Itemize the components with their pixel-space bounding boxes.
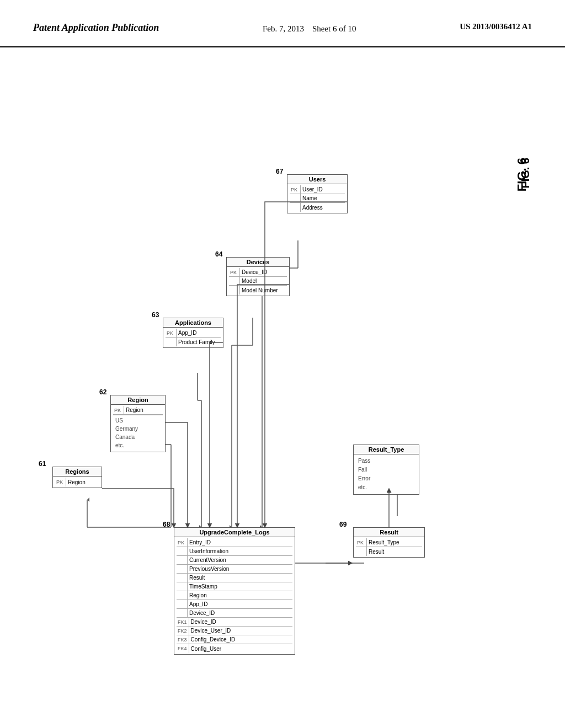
entity-region62-row-region: PK Region <box>113 406 163 415</box>
entity-label-64: 64 <box>215 250 222 258</box>
entity-label-68: 68 <box>163 521 170 528</box>
entity-applications-row2: Product Family <box>166 338 221 346</box>
entity-upgrade-logs-row3: CurrentVersion <box>177 556 292 565</box>
entity-result-type-title: Result_Type <box>354 445 419 454</box>
entity-applications-row1: PK App_ID <box>166 329 221 338</box>
entity-result-type-values: PassFailErroretc. <box>356 456 417 493</box>
entity-regions-title: Regions <box>53 467 102 477</box>
entity-upgrade-logs-row9: Device_ID <box>177 609 292 618</box>
entity-users-row1: PK User_ID <box>290 185 345 194</box>
entity-upgrade-logs-row5: Result <box>177 574 292 582</box>
entity-upgrade-logs-row6: TimeStamp <box>177 582 292 591</box>
entity-upgrade-logs-title: UpgradeComplete_Logs <box>174 528 295 537</box>
entity-devices-row2: Model <box>229 277 287 286</box>
entity-result69-title: Result <box>354 528 424 537</box>
entity-devices-title: Devices <box>227 258 289 267</box>
entity-devices-body: PK Device_ID Model Model Number <box>227 267 289 296</box>
entity-result-type-body: PassFailErroretc. <box>354 454 419 494</box>
diagram-area: FIG. 6 FIG. 6 61 Regions PK Region 62 Re… <box>0 47 565 698</box>
publication-title: Patent Application Publication <box>33 22 159 34</box>
entity-upgrade-logs-row4: PreviousVersion <box>177 565 292 574</box>
entity-users-title: Users <box>287 175 347 184</box>
entity-result69-body: PK Result_Type Result <box>354 537 424 557</box>
entity-regions-body: PK Region <box>53 477 102 488</box>
entity-upgrade-logs-row8: App_ID <box>177 600 292 609</box>
entity-applications-title: Applications <box>163 318 223 328</box>
entity-region62: Region PK Region USGermanyCanadaetc. <box>110 395 166 452</box>
entity-regions: Regions PK Region <box>52 467 102 488</box>
entity-upgrade-logs: UpgradeComplete_Logs PK Entry_ID UserInf… <box>174 527 295 655</box>
publication-date: Feb. 7, 2013 <box>263 24 304 33</box>
entity-users-body: PK User_ID Name Address <box>287 184 347 213</box>
entity-result-type: Result_Type PassFailErroretc. <box>353 445 419 495</box>
entity-applications-body: PK App_ID Product Family <box>163 328 223 347</box>
entity-result69-row2: Result <box>356 547 422 556</box>
entity-upgrade-logs-pk: PK Entry_ID <box>177 538 292 547</box>
entity-users: Users PK User_ID Name Address <box>287 174 348 213</box>
entity-devices: Devices PK Device_ID Model Model Number <box>226 257 290 296</box>
entity-result69: Result PK Result_Type Result <box>353 527 425 558</box>
entity-upgrade-logs-row7: Region <box>177 591 292 600</box>
sheet-info: Sheet 6 of 10 <box>312 24 356 33</box>
entity-label-69: 69 <box>339 521 347 528</box>
page-header: Patent Application Publication Feb. 7, 2… <box>0 0 565 47</box>
entity-upgrade-logs-row-fk3: FK3 Config_Device_ID <box>177 635 292 644</box>
entity-upgrade-logs-row-fk4: FK4 Config_User <box>177 644 292 653</box>
entity-upgrade-logs-row-fk1: FK1 Device_ID <box>177 618 292 627</box>
entity-upgrade-logs-body: PK Entry_ID UserInformation CurrentVersi… <box>174 537 295 654</box>
entity-users-row2: Name <box>290 194 345 203</box>
entity-result69-row1: PK Result_Type <box>356 538 422 547</box>
entity-users-row3: Address <box>290 203 345 212</box>
patent-number: US 2013/0036412 A1 <box>460 22 532 31</box>
svg-marker-14 <box>87 497 89 502</box>
entity-label-62: 62 <box>99 388 106 396</box>
entity-region62-body: PK Region USGermanyCanadaetc. <box>111 405 165 452</box>
entity-devices-row1: PK Device_ID <box>229 268 287 277</box>
entity-region62-title: Region <box>111 395 165 405</box>
entity-upgrade-logs-row2: UserInformation <box>177 547 292 556</box>
entity-devices-row3: Model Number <box>229 286 287 295</box>
header-center: Feb. 7, 2013 Sheet 6 of 10 <box>263 22 356 35</box>
fig-6-label: FIG. 6 <box>519 158 532 189</box>
entity-label-67: 67 <box>276 168 283 175</box>
entity-label-61: 61 <box>39 460 46 468</box>
entity-applications: Applications PK App_ID Product Family <box>163 318 223 348</box>
entity-region62-values: USGermanyCanadaetc. <box>113 415 163 451</box>
entity-regions-row1: PK Region <box>55 478 99 486</box>
entity-label-63: 63 <box>152 311 159 319</box>
entity-upgrade-logs-row-fk2: FK2 Device_User_ID <box>177 627 292 635</box>
